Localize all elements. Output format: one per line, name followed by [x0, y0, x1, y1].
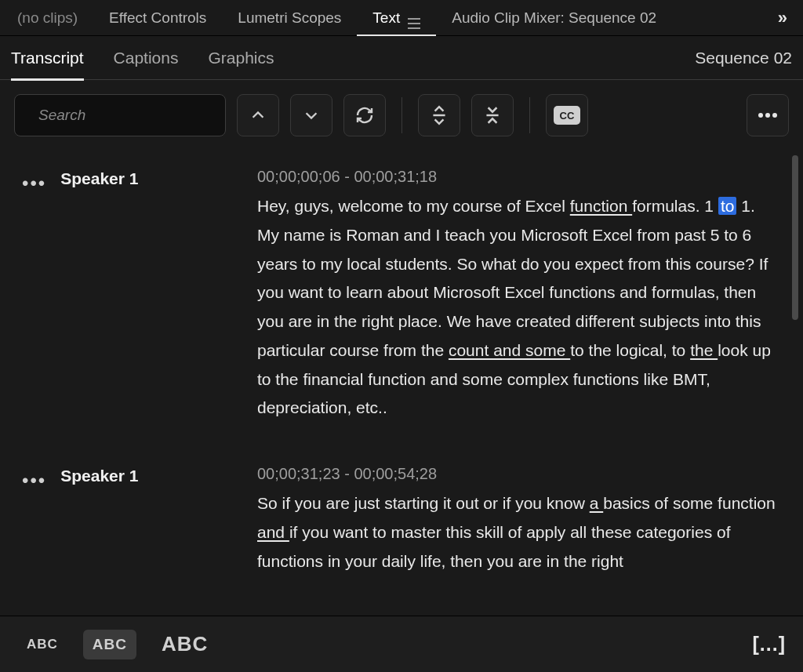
- refresh-icon: [355, 106, 374, 125]
- transcript-segment[interactable]: •••Speaker 100;00;31;23 - 00;00;54;28So …: [22, 454, 781, 607]
- insert-pause-button[interactable]: [...]: [753, 633, 787, 656]
- panel-tab-strip: (no clips) Effect Controls Lumetri Scope…: [0, 0, 803, 36]
- low-confidence-word: a: [590, 494, 604, 512]
- transcript-list: •••Speaker 100;00;00;06 - 00;00;31;18Hey…: [0, 151, 803, 616]
- prev-result-button[interactable]: [237, 94, 279, 136]
- toolbar-separator: [402, 97, 402, 133]
- transcript-word: if you want to master this skill of appl…: [257, 523, 730, 570]
- svg-point-8: [772, 113, 777, 118]
- next-result-button[interactable]: [290, 94, 332, 136]
- tab-lumetri-scopes[interactable]: Lumetri Scopes: [222, 1, 357, 35]
- tab-no-clips[interactable]: (no clips): [2, 1, 93, 35]
- svg-point-7: [765, 113, 770, 118]
- cc-icon: CC: [553, 105, 581, 125]
- speaker-label[interactable]: Speaker 1: [60, 169, 138, 188]
- more-icon: [758, 112, 778, 118]
- tab-text-label: Text: [372, 9, 400, 27]
- transcript-word: to the logical, to: [570, 341, 690, 359]
- transcript-word: formulas. 1: [632, 197, 718, 215]
- low-confidence-word: count and some: [449, 341, 570, 359]
- collapse-vertical-icon: [482, 105, 503, 125]
- transcript-word: 1. My name is Roman and I teach you Micr…: [257, 197, 768, 359]
- highlighted-word: to: [718, 197, 737, 215]
- low-confidence-word: the: [690, 341, 718, 359]
- tab-text[interactable]: Text: [357, 1, 436, 35]
- transcript-bottom-bar: ABC ABC ABC [...]: [0, 616, 803, 672]
- segment-text[interactable]: So if you are just starting it out or if…: [257, 489, 781, 576]
- segment-menu-button[interactable]: •••: [22, 467, 46, 490]
- subtab-graphics[interactable]: Graphics: [208, 36, 289, 80]
- chevron-down-icon: [303, 107, 320, 124]
- segment-left: •••Speaker 1: [22, 168, 243, 423]
- subtab-transcript[interactable]: Transcript: [11, 36, 100, 80]
- segment-left: •••Speaker 1: [22, 465, 243, 576]
- toolbar-separator-2: [529, 97, 530, 133]
- text-size-medium[interactable]: ABC: [83, 630, 136, 659]
- text-sub-tab-strip: Transcript Captions Graphics Sequence 02: [0, 36, 803, 80]
- search-input[interactable]: [38, 107, 226, 124]
- tab-audio-clip-mixer[interactable]: Audio Clip Mixer: Sequence 02: [436, 1, 672, 35]
- search-box[interactable]: [14, 94, 226, 136]
- split-segment-button[interactable]: [418, 94, 460, 136]
- tab-effect-controls[interactable]: Effect Controls: [93, 1, 222, 35]
- text-size-small[interactable]: ABC: [17, 630, 67, 659]
- segment-right: 00;00;31;23 - 00;00;54;28So if you are j…: [257, 465, 781, 576]
- tabs-overflow-button[interactable]: »: [764, 8, 801, 28]
- more-options-button[interactable]: [747, 94, 789, 136]
- chevron-up-icon: [249, 107, 267, 124]
- segment-text[interactable]: Hey, guys, welcome to my course of Excel…: [257, 192, 781, 423]
- segment-menu-button[interactable]: •••: [22, 169, 46, 193]
- svg-text:CC: CC: [560, 110, 575, 122]
- segment-right: 00;00;00;06 - 00;00;31;18Hey, guys, welc…: [257, 168, 781, 423]
- speaker-label[interactable]: Speaker 1: [60, 467, 138, 485]
- transcript-word: basics of some function: [603, 494, 775, 512]
- subtab-captions[interactable]: Captions: [114, 36, 194, 80]
- retranscribe-button[interactable]: [343, 94, 386, 136]
- transcript-segment[interactable]: •••Speaker 100;00;00;06 - 00;00;31;18Hey…: [22, 157, 781, 454]
- transcript-toolbar: CC: [0, 80, 803, 151]
- scrollbar[interactable]: [792, 155, 798, 320]
- low-confidence-word: function: [570, 197, 632, 215]
- low-confidence-word: and: [257, 523, 289, 541]
- merge-segment-button[interactable]: [471, 94, 514, 136]
- sequence-label: Sequence 02: [695, 49, 792, 67]
- expand-vertical-icon: [429, 105, 449, 125]
- text-size-large[interactable]: ABC: [152, 626, 217, 663]
- transcript-word: So if you are just starting it out or if…: [257, 494, 590, 512]
- cc-button[interactable]: CC: [546, 94, 588, 136]
- transcript-list-wrap: •••Speaker 100;00;00;06 - 00;00;31;18Hey…: [0, 151, 803, 616]
- panel-menu-icon[interactable]: [408, 6, 420, 29]
- transcript-word: Hey, guys, welcome to my course of Excel: [257, 197, 570, 215]
- segment-timecode: 00;00;00;06 - 00;00;31;18: [257, 168, 781, 186]
- segment-timecode: 00;00;31;23 - 00;00;54;28: [257, 465, 781, 483]
- svg-point-6: [758, 113, 763, 118]
